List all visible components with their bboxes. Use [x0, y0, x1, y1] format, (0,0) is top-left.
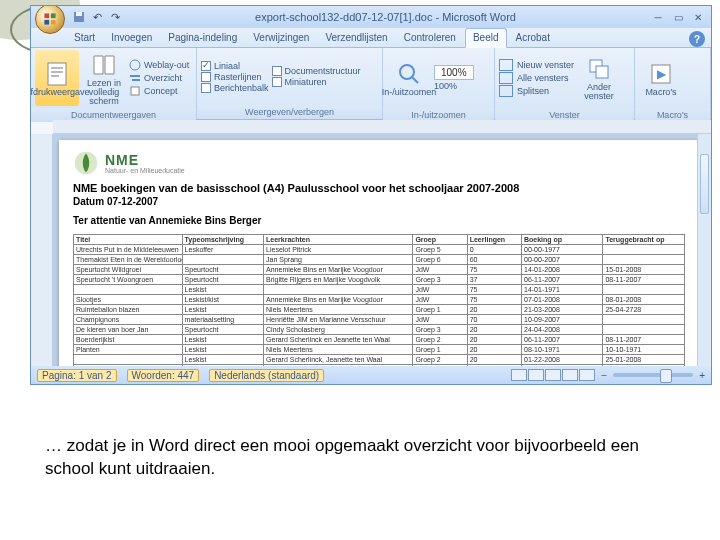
table-cell: Lieselot Pitrick [264, 245, 413, 255]
view-outline[interactable] [562, 369, 578, 381]
doc-date: Datum 07-12-2007 [73, 196, 685, 207]
table-cell [74, 285, 183, 295]
page-scroll-area[interactable]: NMENatuur- en Milieueducatie NME boeking… [53, 134, 711, 366]
zoom-percent[interactable]: 100% [434, 65, 474, 80]
weblayout-option[interactable]: Weblay-out [129, 59, 189, 71]
table-cell: Speurtocht [182, 265, 263, 275]
table-row: ChampignonsmateriaalsettingHenriëtte JIM… [74, 315, 685, 325]
zoom-minus[interactable]: − [601, 370, 607, 381]
table-cell: 20 [467, 355, 521, 365]
qat-undo-icon[interactable]: ↶ [90, 10, 104, 24]
tab-controleren[interactable]: Controleren [397, 29, 463, 47]
minimize-button[interactable]: ─ [649, 10, 667, 24]
tab-invoegen[interactable]: Invoegen [104, 29, 159, 47]
qat-save-icon[interactable] [72, 10, 86, 24]
table-row: BoerderijkistLeskistGerard Scherlinck en… [74, 335, 685, 345]
col-boeking: Boeking op [522, 235, 603, 245]
status-page[interactable]: Pagina: 1 van 2 [37, 369, 117, 382]
print-layout-button[interactable]: Afdrukweergave [35, 50, 79, 106]
svg-rect-18 [596, 66, 608, 78]
gridlines-checkbox[interactable]: Rasterlijnen [201, 72, 269, 82]
zoom-plus[interactable]: + [699, 370, 705, 381]
table-cell: 10-10-1971 [603, 345, 685, 355]
tab-acrobat[interactable]: Acrobat [509, 29, 557, 47]
view-reading[interactable] [528, 369, 544, 381]
zoom-button[interactable]: In-/uitzoomen [387, 50, 431, 106]
table-cell: 06-11-2007 [522, 275, 603, 285]
reading-layout-button[interactable]: Lezen in volledig scherm [82, 50, 126, 106]
ruler-checkbox[interactable]: Liniaal [201, 61, 269, 71]
table-row: Utrechts Put in de MiddeleeuwenLeskoffer… [74, 245, 685, 255]
scroll-thumb[interactable] [700, 154, 709, 214]
zoom-100-button[interactable]: 100% [434, 81, 474, 91]
status-language[interactable]: Nederlands (standaard) [209, 369, 324, 382]
office-button[interactable] [35, 5, 65, 34]
thumbs-checkbox[interactable]: Miniaturen [272, 77, 361, 87]
split-button[interactable]: Splitsen [499, 85, 574, 97]
table-cell: Annemieke Bins en Marijke Voogdoor [264, 265, 413, 275]
table-cell: Leskist/kist [182, 295, 263, 305]
document-page: NMENatuur- en Milieueducatie NME boeking… [59, 140, 699, 366]
table-cell: Groep 3 [413, 275, 467, 285]
table-cell: Ruimteballon blazen [74, 305, 183, 315]
arrange-button[interactable]: Alle vensters [499, 72, 574, 84]
table-cell: Groep 2 [413, 335, 467, 345]
nme-logo: NMENatuur- en Milieueducatie [73, 150, 685, 176]
table-cell: Groep 2 [413, 355, 467, 365]
zoom-slider[interactable] [613, 373, 693, 377]
view-web[interactable] [545, 369, 561, 381]
maximize-button[interactable]: ▭ [669, 10, 687, 24]
table-cell: Groep 5 [413, 365, 467, 367]
table-cell: 75 [467, 265, 521, 275]
switch-window-button[interactable]: Ander venster [577, 50, 621, 106]
vertical-ruler[interactable] [31, 134, 53, 366]
help-button[interactable]: ? [689, 31, 705, 47]
table-cell: Groep 5 [413, 245, 467, 255]
table-cell: 25-04-2728 [603, 305, 685, 315]
overview-icon [129, 72, 141, 84]
table-cell: 14-01-1971 [522, 365, 603, 367]
table-cell: 20 [467, 345, 521, 355]
view-printlayout[interactable] [511, 369, 527, 381]
svg-rect-9 [51, 71, 63, 73]
new-window-button[interactable]: Nieuw venster [499, 59, 574, 71]
table-cell: 24-04-2008 [522, 325, 603, 335]
qat-redo-icon[interactable]: ↷ [108, 10, 122, 24]
messagebar-checkbox[interactable]: Berichtenbalk [201, 83, 269, 93]
table-cell [182, 365, 263, 367]
table-cell: 06-11-2007 [522, 335, 603, 345]
overview-option[interactable]: Overzicht [129, 72, 189, 84]
table-cell: 07-01-2008 [522, 295, 603, 305]
tab-pagina-indeling[interactable]: Pagina-indeling [161, 29, 244, 47]
tab-start[interactable]: Start [67, 29, 102, 47]
tab-verwijzingen[interactable]: Verwijzingen [246, 29, 316, 47]
window-icon [499, 85, 513, 97]
docmap-checkbox[interactable]: Documentstructuur [272, 66, 361, 76]
horizontal-ruler[interactable] [53, 120, 711, 134]
checkbox-icon [272, 66, 282, 76]
table-cell: Speurtocht Wildgroei [74, 265, 183, 275]
macros-icon: ▶ [647, 60, 675, 88]
concept-option[interactable]: Concept [129, 85, 189, 97]
macros-button[interactable]: ▶ Macro's [639, 50, 683, 106]
close-button[interactable]: ✕ [689, 10, 707, 24]
table-cell: Boerderijkist [74, 335, 183, 345]
checkbox-icon [272, 77, 282, 87]
tab-verzendlijsten[interactable]: Verzendlijsten [318, 29, 394, 47]
view-draft[interactable] [579, 369, 595, 381]
table-cell: Leskist [182, 305, 263, 315]
table-cell: Groep 6 [413, 255, 467, 265]
status-words[interactable]: Woorden: 447 [127, 369, 200, 382]
svg-text:▶: ▶ [657, 67, 667, 81]
doc-attn: Ter attentie van Annemieke Bins Berger [73, 215, 685, 226]
ribbon-tabs: Start Invoegen Pagina-indeling Verwijzin… [31, 28, 711, 48]
bookings-table: Titel Typeomschrijving Leerkrachten Groe… [73, 234, 685, 366]
tab-beeld[interactable]: Beeld [465, 28, 507, 48]
table-cell: Champignons [74, 315, 183, 325]
vertical-scrollbar[interactable] [697, 134, 711, 366]
svg-point-11 [130, 60, 140, 70]
table-cell: Gerard Scherlinck, Jeanette ten Waal [264, 355, 413, 365]
table-cell: Cindy Scholasberg [264, 325, 413, 335]
statusbar: Pagina: 1 van 2 Woorden: 447 Nederlands … [31, 366, 711, 384]
table-cell: 75 [467, 295, 521, 305]
